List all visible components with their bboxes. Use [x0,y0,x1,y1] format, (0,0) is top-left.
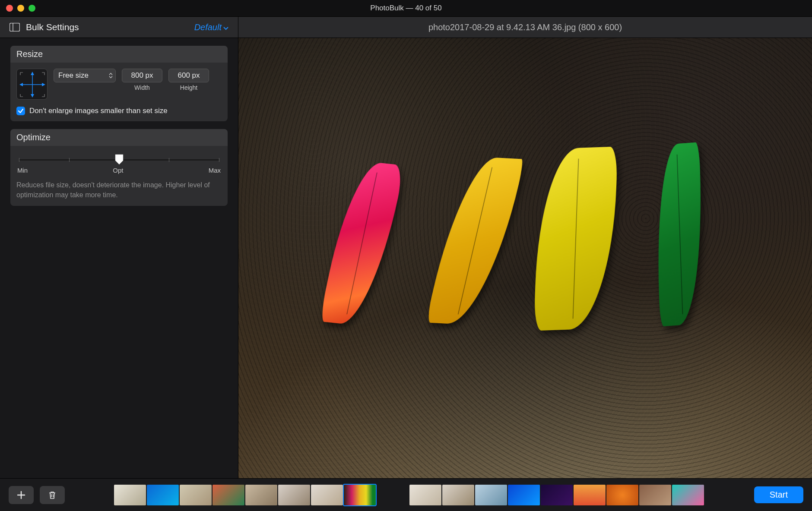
window-title: PhotoBulk — 40 of 50 [0,4,812,13]
thumbnail[interactable] [475,485,507,505]
thumbnail[interactable] [409,485,441,505]
slider-thumb[interactable] [114,154,124,165]
file-info: photo2017-08-29 at 9.42.13 AM 36.jpg (80… [428,22,622,32]
thumbnail-strip [114,485,704,505]
thumbnail[interactable] [442,485,474,505]
optimize-description: Reduces file size, doesn't deteriorate t… [16,180,222,200]
preset-dropdown[interactable]: Default [194,22,228,32]
slider-opt-label: Opt [113,167,123,174]
add-button[interactable] [9,486,34,504]
slider-max-label: Max [209,167,221,174]
dont-enlarge-checkbox[interactable] [16,107,25,115]
thumbnail[interactable] [574,485,606,505]
optimize-heading: Optimize [10,129,228,146]
image-preview [238,38,812,478]
thumbnail[interactable] [114,485,146,505]
slider-min-label: Min [17,167,28,174]
optimize-panel: Optimize [10,129,228,206]
thumbnail[interactable] [245,485,277,505]
width-label: Width [134,84,150,91]
header: Bulk Settings Default photo2017-08-29 at… [0,16,812,38]
chevron-down-icon [223,22,228,32]
zoom-window-button[interactable] [29,5,35,12]
thumbnail[interactable] [606,485,638,505]
window-controls [0,5,35,12]
thumbnail[interactable] [180,485,212,505]
close-window-button[interactable] [6,5,13,12]
updown-caret-icon [109,73,113,79]
minimize-window-button[interactable] [17,5,24,12]
titlebar: PhotoBulk — 40 of 50 [0,0,812,16]
thumbnail[interactable] [672,485,704,505]
resize-heading: Resize [10,46,228,63]
thumbnail[interactable] [508,485,540,505]
resize-mode-select[interactable]: Free size [54,69,116,82]
resize-mode-icon[interactable] [16,69,48,100]
sidebar-title: Bulk Settings [26,22,188,32]
resize-mode-value: Free size [58,71,89,80]
optimize-slider[interactable] [19,155,219,165]
thumbnail[interactable] [541,485,573,505]
preset-label: Default [194,22,222,32]
thumbnail[interactable] [147,485,179,505]
sidebar-toggle-icon[interactable] [10,23,20,32]
dont-enlarge-label: Don't enlarge images smaller than set si… [29,107,168,115]
thumbnail-selected[interactable] [344,485,376,505]
thumbnail[interactable] [213,485,244,505]
height-input[interactable]: 600 px [168,69,209,82]
footer: Start [0,478,812,511]
thumbnail-gap [377,485,409,505]
thumbnail[interactable] [639,485,671,505]
thumbnail[interactable] [278,485,310,505]
delete-button[interactable] [40,486,65,504]
width-input[interactable]: 800 px [122,69,162,82]
thumbnail[interactable] [311,485,343,505]
sidebar: Resize [0,38,238,478]
svg-rect-0 [10,23,20,32]
resize-panel: Resize [10,46,228,121]
height-label: Height [180,84,197,91]
start-button[interactable]: Start [754,486,803,503]
